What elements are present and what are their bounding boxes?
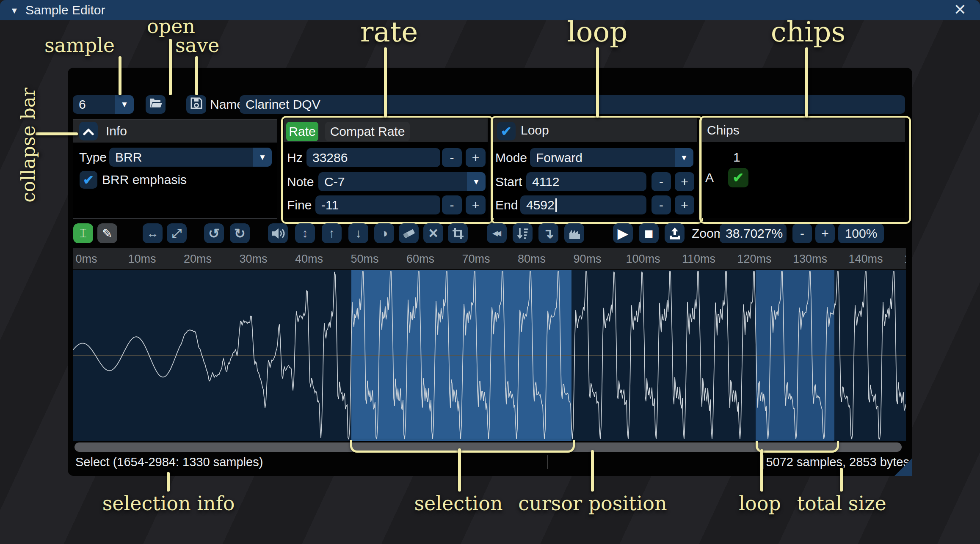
collapse-panel-button[interactable] bbox=[79, 122, 98, 140]
selection-annotation: selection bbox=[414, 492, 502, 515]
zoom-reset-button[interactable]: 100% bbox=[838, 224, 884, 243]
save-annotation: save bbox=[175, 34, 219, 57]
play-button[interactable]: ▶ bbox=[613, 223, 633, 243]
loop-start-decrement-button[interactable]: - bbox=[651, 172, 671, 191]
chip-a-enable-button[interactable]: ✔ bbox=[728, 168, 748, 187]
status-divider bbox=[547, 455, 548, 469]
draw-tool-button[interactable]: ✎ bbox=[97, 223, 117, 243]
rate-mode-button[interactable]: Rate bbox=[286, 122, 318, 141]
selection-info-text: Select (1654-2984: 1330 samples) bbox=[75, 453, 263, 470]
selection-connector bbox=[458, 448, 461, 492]
close-icon[interactable]: ✕ bbox=[954, 1, 966, 19]
open-sample-button[interactable] bbox=[146, 95, 166, 114]
brr-emphasis-checkbox[interactable]: ✔ bbox=[80, 171, 97, 189]
chevron-down-icon: ▼ bbox=[675, 148, 693, 167]
chevron-down-icon: ▼ bbox=[115, 95, 134, 114]
shift-up-button[interactable]: ↑ bbox=[322, 223, 342, 243]
zoom-value-input[interactable]: 38.7027% bbox=[720, 224, 787, 243]
ruler-tick: 130ms bbox=[793, 253, 827, 266]
stretch-tool-button[interactable]: ↔ bbox=[143, 223, 163, 243]
zoom-out-button[interactable]: - bbox=[792, 224, 812, 243]
loop-bottom-connector bbox=[760, 449, 763, 492]
insert-button[interactable]: ↴ bbox=[538, 223, 558, 243]
ruler-tick: 50ms bbox=[351, 253, 378, 266]
waveform-chart-icon bbox=[568, 227, 581, 240]
text-cursor bbox=[555, 198, 557, 212]
ruler-tick: 10ms bbox=[128, 253, 156, 266]
ibeam-cursor-icon: ⌶ bbox=[80, 226, 87, 241]
ruler-tick: 150ms bbox=[904, 253, 906, 266]
hz-decrement-button[interactable]: - bbox=[442, 148, 462, 167]
double-left-arrows-icon: ◀◀ bbox=[492, 229, 501, 238]
collapse-window-icon[interactable]: ▼ bbox=[10, 6, 19, 16]
loop-start-label: Start bbox=[495, 172, 522, 191]
mode-label: Mode bbox=[495, 148, 527, 167]
loop-start-increment-button[interactable]: + bbox=[675, 172, 694, 191]
export-button[interactable] bbox=[665, 223, 685, 243]
loop-enable-checkbox[interactable]: ✔ bbox=[497, 122, 516, 140]
loop-start-input[interactable]: 4112 bbox=[526, 172, 646, 191]
play-icon: ▶ bbox=[618, 225, 628, 242]
ruler-tick: 120ms bbox=[737, 253, 771, 266]
loop-annotation: loop bbox=[567, 16, 628, 48]
sample-type-value: BRR bbox=[109, 150, 253, 165]
shift-down-button[interactable]: ↓ bbox=[348, 223, 368, 243]
erase-button[interactable] bbox=[399, 223, 419, 243]
sample-number-value: 6 bbox=[73, 97, 115, 112]
undo-button[interactable]: ↺ bbox=[204, 223, 224, 243]
collapse-bar-connector bbox=[36, 132, 78, 135]
floppy-save-icon bbox=[190, 97, 202, 112]
select-tool-button[interactable]: ⌶ bbox=[73, 223, 93, 243]
chip-column-label: 1 bbox=[733, 149, 740, 166]
stats-button[interactable] bbox=[564, 223, 584, 243]
redo-icon: ↻ bbox=[234, 225, 246, 242]
selection-info-connector bbox=[167, 472, 170, 492]
chips-connector bbox=[805, 47, 808, 118]
info-panel-header bbox=[73, 120, 277, 143]
loop-bracket bbox=[756, 441, 839, 453]
pencil-icon: ✎ bbox=[102, 226, 112, 241]
sample-annotation: sample bbox=[44, 34, 115, 57]
compat-rate-button[interactable]: Compat Rate bbox=[325, 122, 410, 141]
loop-mode-dropdown[interactable]: Forward ▼ bbox=[530, 148, 693, 167]
hz-increment-button[interactable]: + bbox=[466, 148, 486, 167]
fine-decrement-button[interactable]: - bbox=[442, 195, 462, 214]
sample-type-dropdown[interactable]: BRR ▼ bbox=[109, 148, 272, 167]
sort-descending-icon bbox=[516, 227, 530, 240]
hz-input[interactable]: 33286 bbox=[306, 148, 440, 167]
loop-end-input[interactable]: 4592 bbox=[520, 195, 646, 214]
invert-button[interactable]: ◑ bbox=[374, 223, 394, 243]
loop-end-decrement-button[interactable]: - bbox=[651, 195, 671, 214]
time-ruler[interactable]: 0ms10ms20ms30ms40ms50ms60ms70ms80ms90ms1… bbox=[73, 248, 906, 270]
note-value: C-7 bbox=[318, 175, 467, 189]
delete-button[interactable]: × bbox=[423, 223, 443, 243]
note-dropdown[interactable]: C-7 ▼ bbox=[318, 172, 486, 191]
stop-button[interactable]: ■ bbox=[639, 223, 659, 243]
x-icon: × bbox=[428, 224, 438, 242]
rate-connector bbox=[384, 47, 387, 118]
crop-button[interactable] bbox=[448, 223, 468, 243]
rewind-button[interactable]: ◀◀ bbox=[487, 223, 507, 243]
zoom-in-button[interactable]: + bbox=[815, 224, 835, 243]
scale-tool-button[interactable]: ⤢ bbox=[167, 223, 187, 243]
resample-button[interactable] bbox=[513, 223, 533, 243]
screenshot-stage: ▼ Sample Editor ✕ 6 ▼ Name Clarinet DQV … bbox=[0, 0, 980, 544]
preview-button[interactable] bbox=[268, 223, 288, 243]
sample-connector bbox=[119, 56, 121, 95]
amplify-button[interactable]: ↕ bbox=[295, 223, 315, 243]
speaker-icon bbox=[271, 227, 285, 240]
chevron-down-icon: ▼ bbox=[467, 172, 486, 191]
waveform-display[interactable] bbox=[73, 270, 906, 441]
loop-end-increment-button[interactable]: + bbox=[675, 195, 694, 214]
redo-button[interactable]: ↻ bbox=[230, 223, 250, 243]
fine-increment-button[interactable]: + bbox=[466, 195, 486, 214]
sample-number-dropdown[interactable]: 6 ▼ bbox=[73, 95, 134, 114]
resize-grip[interactable] bbox=[894, 458, 912, 476]
loop-connector bbox=[596, 47, 599, 118]
ruler-tick: 60ms bbox=[406, 253, 434, 266]
open-connector bbox=[169, 39, 172, 95]
ruler-tick: 140ms bbox=[848, 253, 883, 266]
chips-panel-title: Chips bbox=[707, 118, 740, 142]
fine-input[interactable]: -11 bbox=[315, 195, 440, 214]
save-sample-button[interactable] bbox=[186, 95, 206, 114]
